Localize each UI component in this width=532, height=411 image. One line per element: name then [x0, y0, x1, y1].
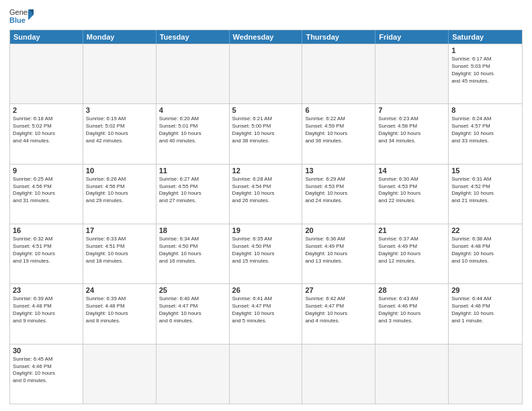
day-number: 6	[305, 106, 372, 114]
day-info: Sunrise: 6:36 AM Sunset: 4:49 PM Dayligh…	[305, 236, 372, 265]
calendar-cell: 23Sunrise: 6:39 AM Sunset: 4:48 PM Dayli…	[10, 284, 83, 343]
calendar-cell	[230, 345, 303, 404]
weekday-header-monday: Monday	[83, 30, 157, 44]
day-number: 1	[451, 46, 519, 54]
weekday-header-sunday: Sunday	[10, 30, 83, 44]
calendar-cell	[375, 345, 449, 404]
day-number: 30	[13, 347, 80, 355]
calendar-cell: 20Sunrise: 6:36 AM Sunset: 4:49 PM Dayli…	[302, 224, 375, 283]
calendar-cell: 16Sunrise: 6:32 AM Sunset: 4:51 PM Dayli…	[10, 224, 83, 283]
calendar-cell: 7Sunrise: 6:23 AM Sunset: 4:58 PM Daylig…	[375, 104, 449, 163]
calendar: SundayMondayTuesdayWednesdayThursdayFrid…	[9, 30, 523, 404]
calendar-cell	[83, 345, 157, 404]
calendar-cell	[10, 44, 83, 103]
calendar-row-5: 30Sunrise: 6:45 AM Sunset: 4:46 PM Dayli…	[10, 344, 522, 404]
day-number: 7	[378, 106, 445, 114]
calendar-cell: 3Sunrise: 6:19 AM Sunset: 5:02 PM Daylig…	[83, 104, 157, 163]
calendar-cell: 24Sunrise: 6:39 AM Sunset: 4:48 PM Dayli…	[83, 284, 157, 343]
day-number: 25	[159, 286, 226, 294]
day-info: Sunrise: 6:28 AM Sunset: 4:54 PM Dayligh…	[232, 176, 300, 205]
calendar-page: General Blue SundayMondayTuesdayWednesda…	[0, 0, 532, 411]
calendar-row-4: 23Sunrise: 6:39 AM Sunset: 4:48 PM Dayli…	[10, 283, 522, 343]
day-number: 26	[232, 286, 300, 294]
calendar-cell: 2Sunrise: 6:18 AM Sunset: 5:02 PM Daylig…	[10, 104, 83, 163]
day-info: Sunrise: 6:18 AM Sunset: 5:02 PM Dayligh…	[13, 116, 80, 145]
calendar-header: SundayMondayTuesdayWednesdayThursdayFrid…	[10, 30, 522, 44]
day-info: Sunrise: 6:17 AM Sunset: 5:03 PM Dayligh…	[451, 56, 519, 85]
calendar-cell	[83, 44, 157, 103]
day-info: Sunrise: 6:20 AM Sunset: 5:01 PM Dayligh…	[159, 116, 226, 145]
day-info: Sunrise: 6:42 AM Sunset: 4:47 PM Dayligh…	[305, 295, 372, 325]
calendar-cell: 30Sunrise: 6:45 AM Sunset: 4:46 PM Dayli…	[10, 345, 83, 404]
calendar-row-1: 2Sunrise: 6:18 AM Sunset: 5:02 PM Daylig…	[10, 103, 522, 163]
day-number: 14	[378, 167, 445, 175]
weekday-header-tuesday: Tuesday	[157, 30, 230, 44]
day-info: Sunrise: 6:43 AM Sunset: 4:46 PM Dayligh…	[378, 295, 445, 325]
calendar-cell: 26Sunrise: 6:41 AM Sunset: 4:47 PM Dayli…	[230, 284, 303, 343]
day-number: 29	[451, 286, 519, 294]
calendar-row-2: 9Sunrise: 6:25 AM Sunset: 4:56 PM Daylig…	[10, 164, 522, 224]
day-info: Sunrise: 6:26 AM Sunset: 4:56 PM Dayligh…	[86, 176, 153, 205]
calendar-cell	[157, 44, 230, 103]
day-number: 24	[86, 286, 153, 294]
day-info: Sunrise: 6:31 AM Sunset: 4:52 PM Dayligh…	[451, 176, 519, 205]
weekday-header-thursday: Thursday	[302, 30, 375, 44]
calendar-cell: 6Sunrise: 6:22 AM Sunset: 4:59 PM Daylig…	[302, 104, 375, 163]
calendar-cell: 9Sunrise: 6:25 AM Sunset: 4:56 PM Daylig…	[10, 165, 83, 224]
day-info: Sunrise: 6:39 AM Sunset: 4:48 PM Dayligh…	[86, 295, 153, 325]
svg-text:Blue: Blue	[9, 16, 26, 24]
weekday-header-wednesday: Wednesday	[230, 30, 303, 44]
day-number: 2	[13, 106, 80, 114]
day-number: 10	[86, 167, 153, 175]
calendar-cell	[230, 44, 303, 103]
day-info: Sunrise: 6:30 AM Sunset: 4:53 PM Dayligh…	[378, 176, 445, 205]
day-info: Sunrise: 6:37 AM Sunset: 4:49 PM Dayligh…	[378, 236, 445, 265]
day-number: 3	[86, 106, 153, 114]
day-number: 16	[13, 226, 80, 234]
calendar-cell: 4Sunrise: 6:20 AM Sunset: 5:01 PM Daylig…	[157, 104, 230, 163]
calendar-cell	[449, 345, 522, 404]
calendar-cell: 5Sunrise: 6:21 AM Sunset: 5:00 PM Daylig…	[230, 104, 303, 163]
day-info: Sunrise: 6:32 AM Sunset: 4:51 PM Dayligh…	[13, 236, 80, 265]
day-number: 18	[159, 226, 226, 234]
day-info: Sunrise: 6:23 AM Sunset: 4:58 PM Dayligh…	[378, 116, 445, 145]
weekday-header-saturday: Saturday	[449, 30, 522, 44]
day-number: 20	[305, 226, 372, 234]
calendar-cell: 17Sunrise: 6:33 AM Sunset: 4:51 PM Dayli…	[83, 224, 157, 283]
day-info: Sunrise: 6:25 AM Sunset: 4:56 PM Dayligh…	[13, 176, 80, 205]
calendar-cell: 8Sunrise: 6:24 AM Sunset: 4:57 PM Daylig…	[449, 104, 522, 163]
day-number: 21	[378, 226, 445, 234]
calendar-cell: 22Sunrise: 6:38 AM Sunset: 4:48 PM Dayli…	[449, 224, 522, 283]
day-number: 12	[232, 167, 300, 175]
day-number: 17	[86, 226, 153, 234]
day-info: Sunrise: 6:27 AM Sunset: 4:55 PM Dayligh…	[159, 176, 226, 205]
calendar-cell: 29Sunrise: 6:44 AM Sunset: 4:46 PM Dayli…	[449, 284, 522, 343]
calendar-cell: 14Sunrise: 6:30 AM Sunset: 4:53 PM Dayli…	[375, 165, 449, 224]
day-number: 27	[305, 286, 372, 294]
day-number: 11	[159, 167, 226, 175]
day-number: 13	[305, 167, 372, 175]
calendar-cell: 27Sunrise: 6:42 AM Sunset: 4:47 PM Dayli…	[302, 284, 375, 343]
day-info: Sunrise: 6:39 AM Sunset: 4:48 PM Dayligh…	[13, 295, 80, 325]
day-info: Sunrise: 6:41 AM Sunset: 4:47 PM Dayligh…	[232, 295, 300, 325]
calendar-cell: 15Sunrise: 6:31 AM Sunset: 4:52 PM Dayli…	[449, 165, 522, 224]
day-number: 23	[13, 286, 80, 294]
calendar-row-3: 16Sunrise: 6:32 AM Sunset: 4:51 PM Dayli…	[10, 224, 522, 283]
day-number: 19	[232, 226, 300, 234]
day-number: 22	[451, 226, 519, 234]
logo: General Blue	[9, 7, 34, 26]
calendar-cell: 13Sunrise: 6:29 AM Sunset: 4:53 PM Dayli…	[302, 165, 375, 224]
logo-icon: General Blue	[9, 7, 34, 26]
calendar-cell: 28Sunrise: 6:43 AM Sunset: 4:46 PM Dayli…	[375, 284, 449, 343]
calendar-cell: 12Sunrise: 6:28 AM Sunset: 4:54 PM Dayli…	[230, 165, 303, 224]
weekday-header-friday: Friday	[375, 30, 449, 44]
day-number: 8	[451, 106, 519, 114]
day-info: Sunrise: 6:34 AM Sunset: 4:50 PM Dayligh…	[159, 236, 226, 265]
day-info: Sunrise: 6:29 AM Sunset: 4:53 PM Dayligh…	[305, 176, 372, 205]
day-info: Sunrise: 6:45 AM Sunset: 4:46 PM Dayligh…	[13, 356, 80, 385]
calendar-cell	[375, 44, 449, 103]
calendar-cell	[302, 44, 375, 103]
day-info: Sunrise: 6:21 AM Sunset: 5:00 PM Dayligh…	[232, 116, 300, 145]
calendar-cell: 10Sunrise: 6:26 AM Sunset: 4:56 PM Dayli…	[83, 165, 157, 224]
calendar-cell: 18Sunrise: 6:34 AM Sunset: 4:50 PM Dayli…	[157, 224, 230, 283]
